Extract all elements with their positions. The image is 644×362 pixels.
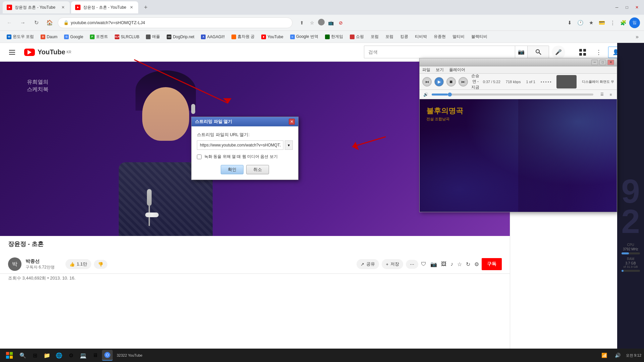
- taskbar-app3[interactable]: 🖥: [90, 350, 101, 361]
- bookmark-blacktv[interactable]: 블랙티비: [469, 33, 490, 41]
- bookmarks-more-button[interactable]: »: [634, 34, 640, 40]
- bookmark-daum[interactable]: D Daum: [38, 33, 60, 41]
- settings-icon[interactable]: ⋮: [608, 18, 617, 27]
- taskbar-explorer[interactable]: 📁: [42, 350, 52, 361]
- dialog-close-button[interactable]: ✕: [289, 119, 295, 125]
- bookmarks-icon[interactable]: ★: [586, 18, 596, 27]
- mp-maximize-button[interactable]: □: [599, 60, 606, 65]
- tab-1[interactable]: 장윤정 초혼 - YouTube ✕: [3, 1, 70, 13]
- music-icon[interactable]: ♪: [450, 261, 453, 267]
- reload-button[interactable]: ↻: [31, 17, 42, 28]
- shield-icon[interactable]: 🛡: [421, 261, 426, 267]
- share-button[interactable]: ↗ 공유: [357, 259, 379, 269]
- settings2-icon[interactable]: ⚙: [474, 261, 479, 267]
- bookmark-portal1[interactable]: 포럼: [368, 33, 381, 41]
- dialog-checkbox[interactable]: [197, 155, 202, 159]
- like-button[interactable]: 👍 1.1만: [65, 259, 91, 269]
- save-button[interactable]: + 저장: [382, 259, 403, 269]
- profile-button[interactable]: 임: [629, 17, 640, 28]
- history-icon[interactable]: 🕐: [576, 18, 585, 27]
- mp-menu-file[interactable]: 파일: [422, 67, 430, 73]
- minimize-button[interactable]: ─: [612, 3, 621, 12]
- bookmark-multitv[interactable]: 멀티비: [450, 33, 467, 41]
- bookmark-star-icon[interactable]: ☆: [308, 19, 316, 27]
- subscribe-button[interactable]: 구독: [482, 258, 502, 270]
- bookmark-translate[interactable]: G Google 번역: [287, 33, 321, 41]
- bookmark-kingkong[interactable]: 킹콩: [397, 33, 411, 41]
- mp-play-button[interactable]: ▶: [434, 77, 444, 86]
- bookmark-homcha[interactable]: 홈차원 공: [229, 33, 257, 41]
- youtube-logo[interactable]: YouTube KR: [24, 48, 71, 56]
- more-options-icon[interactable]: ⋮: [592, 46, 605, 59]
- hamburger-menu-button[interactable]: [5, 46, 19, 59]
- bookmark-slrclub[interactable]: SLR SLRCLUB: [112, 33, 142, 41]
- mp-list-icon[interactable]: ☰: [599, 91, 605, 98]
- refresh-icon[interactable]: ↻: [466, 261, 470, 267]
- taskbar-app1[interactable]: ⚙: [66, 350, 76, 361]
- search-camera-icon[interactable]: 📷: [515, 46, 528, 58]
- new-tab-button[interactable]: +: [141, 3, 150, 12]
- forward-button[interactable]: →: [17, 17, 28, 28]
- maximize-button[interactable]: □: [623, 3, 631, 12]
- bookmark-portal2[interactable]: 포럼: [383, 33, 396, 41]
- camera-icon[interactable]: 📷: [430, 261, 437, 267]
- dialog-dropdown-button[interactable]: ▼: [285, 140, 293, 150]
- bookmark-apple[interactable]: 애플: [143, 33, 163, 41]
- start-button[interactable]: [3, 350, 16, 361]
- bookmark-google[interactable]: G Google: [61, 33, 86, 41]
- taskbar-search[interactable]: 🔍: [17, 350, 28, 361]
- mp-volume-icon[interactable]: 🔊: [422, 91, 429, 98]
- apps-grid-icon[interactable]: [576, 46, 589, 59]
- extensions-panel-icon[interactable]: 🧩: [619, 18, 628, 27]
- mp-eq-icon[interactable]: ≡: [607, 91, 614, 98]
- taskbar-taskview[interactable]: ⊞: [30, 350, 40, 361]
- taskbar-chrome[interactable]: [102, 350, 113, 361]
- more-button[interactable]: ⋯: [406, 260, 418, 269]
- mp-stop-button[interactable]: ⏹: [446, 77, 456, 86]
- mp-progress-bar[interactable]: [432, 94, 593, 96]
- screenshot-icon[interactable]: 🖼: [441, 261, 446, 267]
- tab-2[interactable]: 장윤정 - 초혼 - YouTube ✕: [71, 1, 138, 13]
- adblock-icon[interactable]: ⊘: [337, 19, 345, 27]
- bookmark-pokent[interactable]: F 포켄트: [87, 33, 111, 41]
- mp-prev-button[interactable]: ⏮: [422, 77, 432, 86]
- dislike-button[interactable]: 👎: [94, 260, 107, 269]
- tab-2-close[interactable]: ✕: [129, 5, 134, 10]
- home-button[interactable]: 🏠: [44, 17, 55, 28]
- cast-icon[interactable]: 📺: [327, 19, 335, 27]
- extensions-icon[interactable]: ⬆: [298, 19, 306, 27]
- mp-minimize-button[interactable]: ─: [591, 60, 598, 65]
- bookmark-aagagi[interactable]: A AAGAGI!!: [198, 33, 227, 41]
- bookmark-shopping[interactable]: 쇼핑: [347, 33, 367, 41]
- mp-next-button[interactable]: ⏭: [459, 77, 468, 86]
- bookmark-windows-forum[interactable]: W 윈도우 포럼: [4, 33, 37, 41]
- url-input[interactable]: 🔒 youtube.com/watch?v=sHOMQTZ-LJ4: [58, 17, 292, 28]
- mp-menu-view[interactable]: 보기: [436, 67, 444, 73]
- dialog-cancel-button[interactable]: 취소: [246, 165, 269, 174]
- mp-display-options[interactable]: 디스플레이 화면도 우: [582, 79, 614, 84]
- taskbar-app2[interactable]: 💻: [78, 350, 89, 361]
- taskbar-edge[interactable]: 🌐: [54, 350, 64, 361]
- wallet-icon[interactable]: 💳: [597, 18, 606, 27]
- taskbar-volume-icon[interactable]: 🔊: [612, 350, 623, 361]
- tab-1-close[interactable]: ✕: [60, 5, 66, 10]
- back-button[interactable]: ←: [4, 17, 15, 28]
- bookmark-dogdrip[interactable]: DD DogDrip.net: [164, 33, 197, 41]
- mp-menu-player[interactable]: 플레이어: [449, 67, 465, 73]
- bookmark-yujong[interactable]: 유종현: [431, 33, 448, 41]
- search-button[interactable]: [528, 46, 549, 58]
- bookmark-hangame[interactable]: 한게임: [322, 33, 346, 41]
- taskbar-network-icon[interactable]: 📶: [599, 350, 610, 361]
- dialog-url-input[interactable]: [197, 140, 283, 150]
- taskbar-youtube-label[interactable]: 32322 YouTube: [114, 350, 145, 361]
- bookmark-youtube[interactable]: YouTube: [259, 33, 286, 41]
- mp-close-button[interactable]: ✕: [607, 60, 614, 65]
- bookmark-tvpark[interactable]: 티비박: [412, 33, 430, 41]
- star-icon[interactable]: ☆: [457, 261, 462, 267]
- channel-avatar[interactable]: 박: [8, 257, 21, 271]
- microphone-button[interactable]: 🎤: [552, 46, 565, 59]
- search-input[interactable]: [364, 46, 515, 58]
- dialog-confirm-button[interactable]: 확인: [221, 165, 244, 174]
- download-icon[interactable]: ⬇: [565, 18, 574, 27]
- close-button[interactable]: ✕: [633, 3, 641, 12]
